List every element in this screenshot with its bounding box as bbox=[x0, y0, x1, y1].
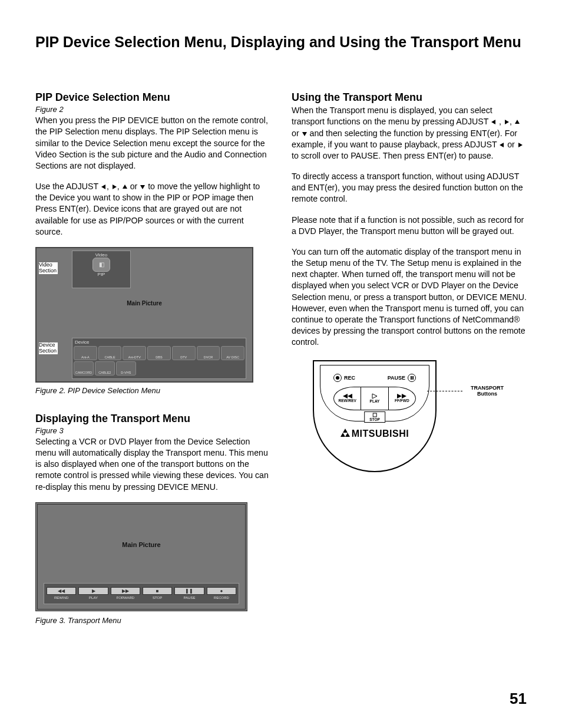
device-label: Device bbox=[75, 340, 244, 345]
triangle-up-icon bbox=[514, 119, 520, 125]
label: PLAY bbox=[370, 399, 380, 403]
svg-marker-4 bbox=[491, 120, 495, 124]
device-item: Ant-A bbox=[74, 346, 97, 360]
displaying-transport-para: Selecting a VCR or DVD Player from the D… bbox=[35, 436, 270, 493]
video-source-icon: ◧ bbox=[92, 258, 110, 272]
pip-selection-para2: Use the ADJUST , , or to move the yellow… bbox=[35, 181, 270, 238]
figure-2-caption: Figure 2. PIP Device Selection Menu bbox=[35, 386, 270, 395]
triangle-left-icon bbox=[491, 119, 497, 125]
main-picture-label: Main Picture bbox=[37, 300, 252, 307]
right-column: Using the Transport Menu When the Transp… bbox=[292, 91, 527, 643]
svg-marker-6 bbox=[515, 120, 520, 124]
figure-3-transport-menu: Main Picture ◀◀REWIND ▶PLAY ▶▶FORWARD ■S… bbox=[35, 502, 247, 611]
triangle-left-icon bbox=[499, 142, 505, 148]
label: FF/FWD bbox=[395, 398, 409, 403]
device-item: AV DISC bbox=[221, 346, 244, 360]
brand-logo: MITSUBISHI bbox=[314, 429, 435, 439]
using-transport-heading: Using the Transport Menu bbox=[292, 91, 527, 104]
svg-marker-12 bbox=[372, 394, 377, 398]
pause-button: ❚❚PAUSE bbox=[174, 587, 204, 599]
rewind-segment: REW/REV bbox=[334, 387, 361, 410]
forward-button: ▶▶FORWARD bbox=[111, 587, 140, 599]
triangle-right-icon bbox=[111, 184, 117, 190]
stop-icon bbox=[372, 413, 377, 417]
ffwd-segment: FF/FWD bbox=[389, 387, 415, 410]
pip-label: PIP bbox=[74, 272, 129, 277]
device-item: CAMCORD bbox=[74, 361, 94, 375]
label: REW/REV bbox=[338, 398, 356, 403]
main-picture-label: Main Picture bbox=[38, 541, 245, 548]
mitsubishi-logo-icon bbox=[340, 429, 350, 437]
device-item: CABLE bbox=[98, 346, 122, 360]
svg-marker-16 bbox=[343, 429, 348, 433]
stop-button: ■STOP bbox=[143, 587, 172, 599]
triangle-right-icon bbox=[504, 119, 510, 125]
svg-marker-10 bbox=[343, 394, 348, 398]
svg-rect-15 bbox=[373, 413, 376, 417]
svg-marker-14 bbox=[402, 394, 406, 398]
text: , bbox=[497, 117, 504, 126]
device-row-2: CAMCORD CABLE2 D-VHS bbox=[74, 361, 244, 375]
triangle-right-icon bbox=[517, 142, 523, 148]
text: When the Transport menu is displayed, yo… bbox=[292, 106, 492, 126]
stop-segment: STOP bbox=[364, 411, 385, 423]
label: PAUSE bbox=[388, 375, 405, 381]
device-item: D-VHS bbox=[116, 361, 136, 375]
svg-marker-1 bbox=[113, 185, 117, 189]
transport-buttons-callout: TRANSPORT Buttons bbox=[471, 385, 504, 398]
play-icon bbox=[372, 393, 378, 399]
text: and then selecting the function by press… bbox=[292, 129, 517, 149]
device-panel: Device Ant-A CABLE Ant-DTV DBS DTV DVCR … bbox=[72, 338, 246, 379]
page-title: PIP Device Selection Menu, Displaying an… bbox=[35, 33, 527, 51]
using-transport-para4: You can turn off the automatic display o… bbox=[292, 246, 527, 348]
svg-marker-13 bbox=[397, 394, 402, 398]
figure-2-pip-menu: Video Section Device Section Video ◧ PIP… bbox=[35, 247, 253, 383]
svg-marker-3 bbox=[140, 185, 145, 189]
svg-marker-11 bbox=[348, 394, 352, 398]
triangle-up-icon bbox=[122, 184, 128, 190]
svg-marker-7 bbox=[302, 132, 307, 136]
device-item: Ant-DTV bbox=[123, 346, 146, 360]
svg-marker-2 bbox=[123, 185, 127, 189]
device-section-label: Device Section bbox=[39, 342, 58, 354]
text: or bbox=[128, 182, 140, 191]
text: , bbox=[117, 182, 122, 191]
triangle-down-icon bbox=[302, 131, 308, 137]
figure-3-ref: Figure 3 bbox=[35, 426, 270, 435]
pause-icon bbox=[408, 374, 416, 382]
label: REC bbox=[344, 375, 355, 381]
svg-marker-17 bbox=[340, 433, 345, 437]
figure-2-ref: Figure 2 bbox=[35, 105, 270, 114]
video-label: Video bbox=[74, 252, 129, 258]
callout-line bbox=[427, 391, 462, 391]
pip-video-panel: Video ◧ PIP bbox=[72, 251, 131, 288]
device-row-1: Ant-A CABLE Ant-DTV DBS DTV DVCR AV DISC bbox=[74, 346, 244, 360]
remote-inner-panel: REC PAUSE REW/REV PLAY bbox=[320, 365, 429, 421]
svg-marker-9 bbox=[518, 143, 523, 147]
remote-illustration: REC PAUSE REW/REV PLAY bbox=[292, 360, 504, 484]
device-item: DTV bbox=[172, 346, 196, 360]
svg-marker-0 bbox=[101, 185, 105, 189]
svg-marker-18 bbox=[345, 433, 350, 437]
figure-3-caption: Figure 3. Transport Menu bbox=[35, 616, 270, 625]
text: , bbox=[107, 182, 111, 191]
record-icon bbox=[333, 374, 342, 382]
pause-button: PAUSE bbox=[388, 374, 416, 382]
play-button: ▶PLAY bbox=[78, 587, 108, 599]
rewind-icon bbox=[343, 394, 352, 398]
svg-marker-5 bbox=[505, 120, 509, 124]
triangle-down-icon bbox=[140, 184, 146, 190]
play-segment: PLAY bbox=[361, 387, 388, 410]
ffwd-icon bbox=[397, 394, 406, 398]
text: to scroll over to PAUSE. Then press ENT(… bbox=[292, 151, 493, 160]
transport-bar: ◀◀REWIND ▶PLAY ▶▶FORWARD ■STOP ❚❚PAUSE ●… bbox=[44, 583, 239, 604]
text: Use the ADJUST bbox=[35, 182, 101, 191]
transport-oval: REW/REV PLAY FF/FWD bbox=[333, 387, 416, 410]
rewind-button: ◀◀REWIND bbox=[47, 587, 76, 599]
displaying-transport-heading: Displaying the Transport Menu bbox=[35, 413, 270, 425]
page-number: 51 bbox=[510, 690, 527, 708]
text: or bbox=[292, 129, 302, 138]
triangle-left-icon bbox=[101, 184, 107, 190]
rec-button: REC bbox=[333, 374, 355, 382]
using-transport-para2: To directly access a transport function,… bbox=[292, 171, 527, 205]
